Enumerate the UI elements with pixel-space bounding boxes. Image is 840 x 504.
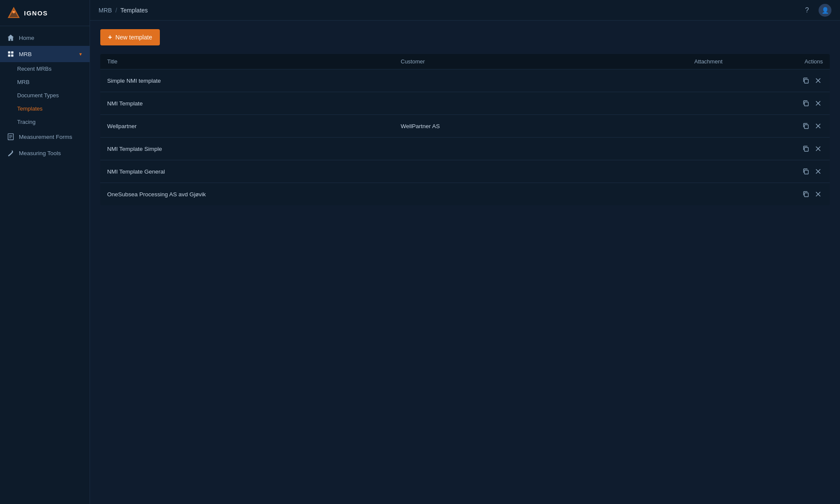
forms-icon [7, 133, 15, 141]
row-title: Simple NMI template [107, 78, 401, 84]
tools-icon [7, 149, 15, 157]
help-icon: ? [805, 6, 809, 14]
sidebar-item-recent-mrbs[interactable]: Recent MRBs [0, 62, 90, 75]
col-title: Title [107, 58, 401, 65]
breadcrumb: MRB / Templates [99, 7, 148, 14]
row-actions [771, 144, 823, 154]
mrb-sub-nav: Recent MRBs MRB Document Types Templates… [0, 62, 90, 129]
sidebar-item-document-types[interactable]: Document Types [0, 89, 90, 102]
row-actions [771, 121, 823, 131]
sidebar-item-tracing[interactable]: Tracing [0, 115, 90, 129]
row-title: OneSubsea Processing AS avd Gjøvik [107, 191, 401, 198]
breadcrumb-separator: / [115, 7, 117, 14]
copy-button[interactable] [801, 98, 811, 108]
svg-rect-3 [8, 51, 10, 54]
svg-point-2 [12, 11, 15, 13]
close-icon [815, 123, 821, 129]
col-attachment: Attachment [694, 58, 771, 65]
close-icon [815, 146, 821, 152]
row-actions [771, 189, 823, 199]
table-row: OneSubsea Processing AS avd Gjøvik [100, 183, 830, 205]
close-icon [815, 191, 821, 197]
sidebar-label-measuring-tools: Measuring Tools [19, 150, 83, 156]
copy-icon [802, 168, 809, 175]
table-row: Simple NMI template [100, 69, 830, 92]
svg-rect-26 [804, 193, 808, 197]
row-actions [771, 166, 823, 177]
sidebar-item-mrb[interactable]: MRB [0, 75, 90, 89]
page-content: + New template Title Customer Attachment… [90, 21, 840, 504]
table-row: NMI Template General [100, 160, 830, 183]
delete-button[interactable] [813, 144, 823, 153]
templates-table: Title Customer Attachment Actions Simple… [100, 54, 830, 205]
sidebar-label-mrb: MRB [19, 51, 74, 57]
sidebar-label-home: Home [19, 35, 83, 41]
copy-button[interactable] [801, 121, 811, 131]
copy-icon [802, 145, 809, 152]
breadcrumb-current: Templates [120, 7, 148, 14]
home-icon [7, 34, 15, 42]
delete-button[interactable] [813, 121, 823, 131]
svg-rect-11 [804, 79, 808, 83]
col-actions: Actions [771, 58, 823, 65]
row-title: Wellpartner [107, 123, 401, 129]
mrb-icon [7, 50, 15, 58]
row-actions [771, 75, 823, 86]
topbar-actions: ? 👤 [801, 4, 831, 17]
row-title: NMI Template Simple [107, 146, 401, 152]
table-row: NMI Template Simple [100, 138, 830, 160]
svg-rect-4 [11, 51, 13, 54]
sidebar: IGNOS Home MRB ▼ Recent MRBs [0, 0, 90, 504]
sidebar-nav: Home MRB ▼ Recent MRBs MRB Document Type… [0, 26, 90, 504]
table-header: Title Customer Attachment Actions [100, 54, 830, 69]
close-icon [815, 78, 821, 84]
copy-button[interactable] [801, 75, 811, 86]
copy-button[interactable] [801, 166, 811, 177]
topbar: MRB / Templates ? 👤 [90, 0, 840, 21]
copy-icon [802, 191, 809, 198]
user-avatar-icon: 👤 [822, 7, 829, 14]
row-actions [771, 98, 823, 108]
delete-button[interactable] [813, 189, 823, 199]
sidebar-item-measuring-tools[interactable]: Measuring Tools [0, 145, 90, 161]
help-button[interactable]: ? [801, 4, 813, 17]
mrb-expand-arrow: ▼ [78, 52, 83, 57]
breadcrumb-parent: MRB [99, 7, 112, 14]
copy-button[interactable] [801, 144, 811, 154]
delete-button[interactable] [813, 76, 823, 85]
copy-icon [802, 77, 809, 84]
row-customer: WellPartner AS [401, 123, 694, 129]
logo-icon [7, 6, 21, 20]
sidebar-item-mrb[interactable]: MRB ▼ [0, 46, 90, 62]
table-row: NMI Template [100, 92, 830, 115]
svg-rect-23 [804, 170, 808, 174]
sidebar-label-measurement-forms: Measurement Forms [19, 134, 83, 140]
sidebar-item-home[interactable]: Home [0, 30, 90, 46]
row-title: NMI Template General [107, 168, 401, 175]
copy-icon [802, 100, 809, 107]
user-avatar-button[interactable]: 👤 [819, 4, 831, 17]
svg-rect-6 [11, 54, 13, 57]
col-customer: Customer [401, 58, 694, 65]
close-icon [815, 168, 821, 174]
app-name: IGNOS [24, 9, 48, 17]
app-logo: IGNOS [0, 0, 90, 26]
close-icon [815, 100, 821, 106]
delete-button[interactable] [813, 167, 823, 176]
delete-button[interactable] [813, 99, 823, 108]
copy-button[interactable] [801, 189, 811, 199]
new-template-button[interactable]: + New template [100, 29, 160, 45]
new-template-label: New template [115, 34, 152, 41]
copy-icon [802, 123, 809, 129]
svg-rect-20 [804, 147, 808, 151]
sidebar-item-measurement-forms[interactable]: Measurement Forms [0, 129, 90, 145]
table-row: Wellpartner WellPartner AS [100, 115, 830, 138]
svg-rect-5 [8, 54, 10, 57]
main-content: MRB / Templates ? 👤 + New template Title… [90, 0, 840, 504]
svg-rect-14 [804, 102, 808, 106]
plus-icon: + [108, 33, 112, 41]
svg-rect-17 [804, 125, 808, 129]
sidebar-item-templates[interactable]: Templates [0, 102, 90, 115]
row-title: NMI Template [107, 100, 401, 107]
